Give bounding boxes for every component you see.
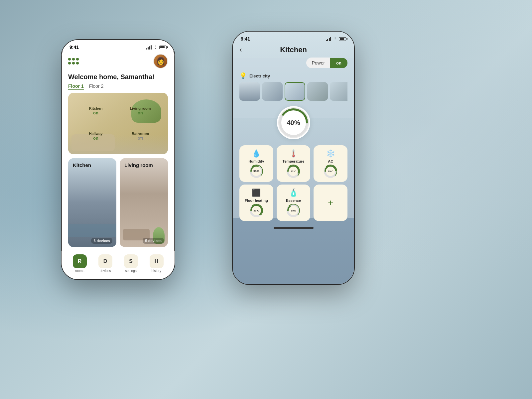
add-device-card[interactable]: +	[314, 185, 347, 221]
electricity-section: 💡 Electricity	[233, 72, 354, 101]
floor-tab-1[interactable]: Floor 1	[68, 83, 84, 90]
wifi-icon: ⋮	[154, 45, 157, 50]
ac-name: AC	[328, 159, 333, 163]
electricity-text: Electricity	[249, 73, 270, 78]
phone-right: 9:41 ⋮ ‹ Kitchen Power on	[233, 32, 354, 284]
living-devices: 5 devices	[143, 238, 164, 244]
dial-container: 40%	[233, 101, 354, 143]
floor-heating-val: 25 C	[250, 204, 263, 217]
electricity-icon: 💡	[239, 72, 247, 79]
rooms-icon: R	[73, 254, 87, 268]
battery-icon-right	[339, 37, 346, 41]
temperature-icon: 🌡️	[289, 149, 298, 158]
room-living[interactable]: Living room on	[119, 99, 161, 122]
devices-icon: D	[98, 254, 112, 268]
kitchen-card-title: Kitchen	[73, 162, 91, 168]
phone-header: 👩	[62, 51, 175, 68]
ac-val: 19 C	[324, 165, 337, 178]
temperature-val: 22 C	[287, 165, 300, 178]
status-icons-right: ⋮	[326, 37, 346, 41]
kitchen-header: ‹ Kitchen	[233, 43, 354, 58]
living-card-title: Living room	[124, 162, 153, 168]
floor-tabs: Floor 1 Floor 2	[62, 82, 175, 93]
brightness-dial[interactable]: 40%	[277, 106, 310, 139]
floor-heating-icon: ⬛	[252, 189, 261, 197]
humidity-value: 30%	[253, 170, 259, 173]
room-map: Kitchen on Living room on Hallway on Bat…	[68, 93, 168, 154]
essence-icon: 🧴	[289, 189, 298, 197]
devices-label: devices	[100, 269, 111, 273]
room-kitchen[interactable]: Kitchen on	[75, 99, 117, 122]
device-floor-heating[interactable]: ⬛ Floor heating 25 C	[239, 185, 273, 221]
device-ac[interactable]: ❄️ AC 19 C	[314, 145, 347, 182]
floor-heating-name: Floor heating	[245, 199, 268, 202]
device-grid-row1: 💧 Humidity 30% 🌡️ Temperature	[233, 143, 354, 185]
floor-tab-2[interactable]: Floor 2	[89, 83, 104, 90]
status-icons-left: ⋮	[146, 45, 167, 50]
kitchen-counter	[68, 224, 116, 237]
settings-icon: S	[124, 254, 138, 268]
temperature-value: 22 C	[291, 170, 296, 173]
history-icon: H	[150, 254, 164, 268]
welcome-text: Welcome home, Samantha!	[62, 68, 175, 82]
battery-icon	[159, 46, 167, 49]
ac-icon: ❄️	[326, 149, 335, 158]
right-phone-content: 9:41 ⋮ ‹ Kitchen Power on	[233, 32, 354, 284]
ac-value: 19 C	[328, 170, 333, 173]
humidity-val: 30%	[250, 165, 263, 178]
signal-icon	[146, 45, 152, 50]
essence-value: 15%	[291, 209, 296, 212]
nav-rooms[interactable]: R rooms	[70, 254, 90, 273]
nav-settings[interactable]: S settings	[121, 254, 141, 273]
time-right: 9:41	[241, 36, 250, 42]
temperature-name: Temperature	[283, 159, 305, 163]
nav-history[interactable]: H history	[147, 254, 167, 273]
device-grid-row2: ⬛ Floor heating 25 C 🧴 Essence	[233, 185, 354, 225]
device-humidity[interactable]: 💧 Humidity 30%	[239, 145, 273, 182]
device-temperature[interactable]: 🌡️ Temperature 22 C	[277, 145, 311, 182]
light-thumb-2[interactable]	[262, 82, 283, 101]
avatar[interactable]: 👩	[153, 54, 168, 68]
light-thumb-1[interactable]	[239, 82, 260, 101]
light-images	[239, 82, 347, 101]
room-cards: Kitchen 6 devices Living room 5 devices	[62, 154, 175, 251]
home-indicator	[274, 227, 314, 229]
humidity-name: Humidity	[248, 159, 264, 163]
essence-val: 15%	[287, 204, 300, 217]
time-left: 9:41	[69, 45, 79, 50]
menu-icon[interactable]	[68, 58, 79, 65]
room-card-living[interactable]: Living room 5 devices	[120, 158, 168, 247]
status-bar-right: 9:41 ⋮	[233, 32, 354, 43]
device-essence[interactable]: 🧴 Essence 15%	[277, 185, 311, 221]
history-label: history	[152, 269, 161, 273]
power-label: Power	[306, 58, 330, 68]
light-thumb-4[interactable]	[307, 82, 328, 101]
rooms-label: rooms	[75, 269, 84, 273]
dial-value: 40%	[287, 119, 300, 127]
kitchen-title: Kitchen	[280, 46, 307, 54]
humidity-icon: 💧	[252, 149, 261, 158]
phone-left: 9:41 ⋮ 👩 Welcome home, Samantha! Floor 1…	[62, 40, 175, 279]
floor-heating-value: 25 C	[253, 209, 259, 212]
back-button[interactable]: ‹	[239, 46, 242, 54]
power-toggle: Power on	[233, 58, 354, 72]
light-thumb-3[interactable]	[285, 82, 305, 101]
light-thumb-5[interactable]	[330, 82, 347, 101]
add-icon: +	[328, 198, 333, 208]
signal-icon-right	[326, 37, 332, 41]
wifi-icon-right: ⋮	[333, 37, 337, 41]
bottom-nav: R rooms D devices S settings H history	[62, 251, 175, 279]
room-bathroom[interactable]: Bathroom off	[119, 125, 161, 148]
status-bar-left: 9:41 ⋮	[62, 40, 175, 51]
electricity-label: 💡 Electricity	[239, 72, 347, 79]
essence-name: Essence	[286, 199, 301, 202]
kitchen-devices: 6 devices	[91, 238, 112, 244]
nav-devices[interactable]: D devices	[95, 254, 115, 273]
power-state[interactable]: on	[330, 58, 347, 68]
room-labels: Kitchen on Living room on Hallway on Bat…	[68, 93, 168, 154]
room-card-kitchen[interactable]: Kitchen 6 devices	[68, 158, 116, 247]
room-hallway[interactable]: Hallway on	[75, 125, 117, 148]
settings-label: settings	[125, 269, 136, 273]
